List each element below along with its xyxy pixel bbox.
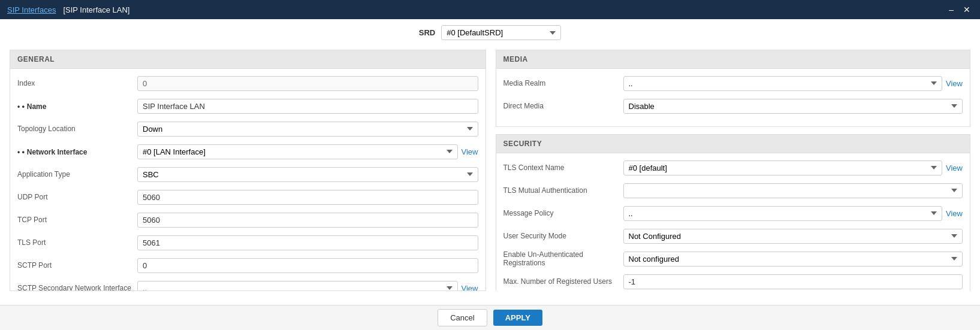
media-panel: MEDIA Media Realm..ViewDirect MediaDisab… bbox=[496, 50, 971, 127]
form-row: TLS Mutual Authentication bbox=[503, 182, 963, 199]
field-label-2: Message Policy bbox=[503, 209, 623, 217]
field-value-2: Down bbox=[137, 122, 478, 137]
field-value-1 bbox=[623, 183, 963, 198]
srd-label: SRD bbox=[419, 28, 435, 37]
close-button[interactable]: ✕ bbox=[961, 5, 973, 14]
form-row: Media Realm..View bbox=[503, 75, 963, 92]
field-label-1: • Name bbox=[17, 102, 137, 111]
form-row: • Network Interface#0 [LAN Interface]Vie… bbox=[17, 143, 478, 160]
select-application-type[interactable]: SBC bbox=[137, 167, 478, 182]
field-value-3: Not Configured bbox=[623, 229, 963, 244]
security-header: SECURITY bbox=[496, 135, 970, 153]
select-user-security-mode[interactable]: Not Configured bbox=[623, 229, 963, 244]
view-link-tls-context-name[interactable]: View bbox=[946, 164, 963, 172]
form-row: Max. Number of Registered Users bbox=[503, 273, 963, 290]
field-label-4: Application Type bbox=[17, 170, 137, 178]
form-row: TLS Port bbox=[17, 234, 478, 251]
field-label-3: • Network Interface bbox=[17, 147, 137, 156]
field-label-0: Media Realm bbox=[503, 79, 623, 87]
input-tls-port[interactable] bbox=[137, 235, 478, 250]
select-enable-un-authenticated-registrations[interactable]: Not configured bbox=[623, 252, 963, 267]
form-row: User Security ModeNot Configured bbox=[503, 228, 963, 244]
form-row: TCP Port bbox=[17, 211, 478, 228]
field-value-2: ..View bbox=[623, 206, 963, 221]
field-value-4: Not configured bbox=[623, 252, 963, 267]
input-udp-port[interactable] bbox=[137, 190, 478, 205]
select-network-interface[interactable]: #0 [LAN Interface] bbox=[137, 144, 458, 159]
field-label-0: TLS Context Name bbox=[503, 164, 623, 172]
field-label-6: TCP Port bbox=[17, 216, 137, 224]
srd-select[interactable]: #0 [DefaultSRD] bbox=[441, 25, 561, 40]
input-max.-number-of-registered-users[interactable] bbox=[623, 274, 963, 289]
select-message-policy[interactable]: .. bbox=[623, 206, 943, 221]
field-value-0: ..View bbox=[623, 76, 963, 91]
minimize-button[interactable]: – bbox=[946, 5, 956, 14]
view-link-media-realm[interactable]: View bbox=[946, 79, 963, 88]
input-sctp-port[interactable] bbox=[137, 258, 478, 273]
title-link[interactable]: SIP Interfaces bbox=[7, 5, 56, 14]
form-row: Topology LocationDown bbox=[17, 120, 478, 137]
view-link-sctp-secondary-network-interface[interactable]: View bbox=[462, 284, 478, 292]
field-label-0: Index bbox=[17, 79, 137, 87]
field-label-5: Max. Number of Registered Users bbox=[503, 277, 623, 286]
field-label-3: User Security Mode bbox=[503, 232, 623, 240]
view-link-network-interface[interactable]: View bbox=[462, 147, 478, 156]
form-row: Enable Un-Authenticated RegistrationsNot… bbox=[503, 250, 963, 267]
title-bar: SIP Interfaces [SIP Interface LAN] – ✕ bbox=[0, 0, 980, 19]
input-tcp-port[interactable] bbox=[137, 213, 478, 228]
media-header: MEDIA bbox=[496, 50, 970, 69]
field-label-1: Direct Media bbox=[503, 102, 623, 110]
field-label-8: SCTP Port bbox=[17, 261, 137, 270]
view-link-message-policy[interactable]: View bbox=[946, 209, 963, 218]
form-row: Index bbox=[17, 75, 478, 92]
form-row: Direct MediaDisable bbox=[503, 98, 963, 114]
select-tls-context-name[interactable]: #0 [default] bbox=[623, 161, 943, 175]
field-value-0: #0 [default]View bbox=[623, 161, 963, 175]
title-current: [SIP Interface LAN] bbox=[63, 5, 129, 14]
select-tls-mutual-authentication[interactable] bbox=[623, 183, 963, 198]
form-row: SCTP Port bbox=[17, 257, 478, 274]
field-value-4: SBC bbox=[137, 167, 478, 182]
form-row: Message Policy..View bbox=[503, 205, 963, 222]
field-label-9: SCTP Secondary Network Interface bbox=[17, 284, 137, 291]
form-row: SCTP Secondary Network Interface..View bbox=[17, 280, 478, 291]
select-media-realm[interactable]: .. bbox=[623, 76, 943, 91]
cancel-button[interactable]: Cancel bbox=[438, 309, 487, 326]
input-name[interactable] bbox=[137, 99, 478, 114]
form-row: UDP Port bbox=[17, 189, 478, 205]
field-value-1: Disable bbox=[623, 99, 963, 114]
general-panel: GENERAL Index• NameTopology LocationDown… bbox=[10, 50, 486, 291]
form-row: TLS Context Name#0 [default]View bbox=[503, 159, 963, 176]
field-value-0 bbox=[137, 76, 478, 91]
general-header: GENERAL bbox=[10, 50, 486, 69]
field-value-1 bbox=[137, 99, 478, 114]
field-label-7: TLS Port bbox=[17, 238, 137, 247]
input-index[interactable] bbox=[137, 76, 478, 91]
form-row: • Name bbox=[17, 98, 478, 114]
field-value-5 bbox=[623, 274, 963, 289]
select-topology-location[interactable]: Down bbox=[137, 122, 478, 137]
select-direct-media[interactable]: Disable bbox=[623, 99, 963, 114]
field-value-6 bbox=[137, 213, 478, 228]
field-label-5: UDP Port bbox=[17, 193, 137, 201]
form-row: Application TypeSBC bbox=[17, 166, 478, 183]
field-value-7 bbox=[137, 235, 478, 250]
field-value-5 bbox=[137, 190, 478, 205]
field-label-2: Topology Location bbox=[17, 125, 137, 133]
field-label-1: TLS Mutual Authentication bbox=[503, 186, 623, 195]
field-label-4: Enable Un-Authenticated Registrations bbox=[503, 250, 623, 267]
field-value-3: #0 [LAN Interface]View bbox=[137, 144, 478, 159]
apply-button[interactable]: APPLY bbox=[493, 310, 542, 326]
security-panel: SECURITY TLS Context Name#0 [default]Vie… bbox=[496, 134, 971, 291]
field-value-9: ..View bbox=[137, 281, 478, 292]
field-value-8 bbox=[137, 258, 478, 273]
select-sctp-secondary-network-interface[interactable]: .. bbox=[137, 281, 458, 292]
